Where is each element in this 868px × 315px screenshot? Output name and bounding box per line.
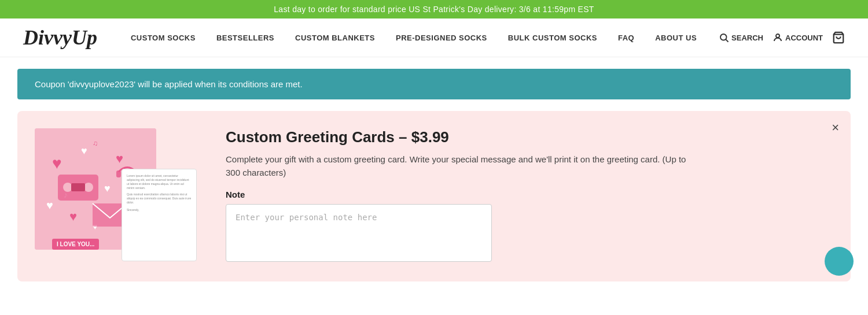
header-icons: SEARCH ACCOUNT xyxy=(719,31,845,44)
modal-content: Custom Greeting Cards – $3.99 Complete y… xyxy=(226,128,827,264)
nav-item-pre-designed-socks[interactable]: PRE-DESIGNED SOCKS xyxy=(385,34,498,42)
note-input[interactable] xyxy=(226,204,492,262)
cart-button[interactable] xyxy=(832,31,845,44)
svg-text:♫: ♫ xyxy=(93,139,98,147)
love-you-label: I LOVE YOU... xyxy=(52,239,99,250)
svg-text:♥: ♥ xyxy=(81,145,87,157)
nav-item-about-us[interactable]: ABOUT US xyxy=(645,34,707,42)
svg-point-0 xyxy=(720,34,727,40)
nav-item-faq[interactable]: FAQ xyxy=(608,34,645,42)
search-button[interactable]: SEARCH xyxy=(719,32,763,43)
svg-point-2 xyxy=(776,34,779,38)
nav-item-bulk-custom-socks[interactable]: BULK CUSTOM SOCKS xyxy=(498,34,608,42)
modal-description: Complete your gift with a custom greetin… xyxy=(226,153,700,179)
svg-text:♥: ♥ xyxy=(69,209,77,224)
nav-item-bestsellers[interactable]: BESTSELLERS xyxy=(206,34,285,42)
search-icon xyxy=(719,32,729,43)
card-back-image: Lorem ipsum dolor sit amet, consectetur … xyxy=(122,169,197,261)
svg-line-1 xyxy=(726,39,728,42)
svg-rect-16 xyxy=(71,183,85,191)
greeting-card-modal: × ♥ ♥ ♥ ♥ ♪ ♫ ♥ ♥ ♥ ♥ xyxy=(17,111,851,281)
svg-text:♥: ♥ xyxy=(46,199,53,212)
account-button[interactable]: ACCOUNT xyxy=(773,32,823,43)
coupon-banner: Coupon 'divvyuplove2023' will be applied… xyxy=(17,69,851,99)
svg-text:♥: ♥ xyxy=(52,154,62,172)
top-banner: Last day to order for standard price US … xyxy=(0,0,868,18)
modal-title: Custom Greeting Cards – $3.99 xyxy=(226,128,827,146)
note-label: Note xyxy=(226,190,827,199)
teal-decorative-circle xyxy=(825,247,854,276)
nav-item-custom-socks[interactable]: CUSTOM SOCKS xyxy=(120,34,206,42)
coupon-text: Coupon 'divvyuplove2023' will be applied… xyxy=(35,79,303,89)
cart-icon xyxy=(832,31,845,44)
svg-text:♥: ♥ xyxy=(104,183,111,194)
logo[interactable]: DivvyUp xyxy=(23,25,97,50)
svg-point-14 xyxy=(63,183,72,192)
close-button[interactable]: × xyxy=(832,120,839,135)
svg-rect-22 xyxy=(116,171,121,177)
main-nav: CUSTOM SOCKS BESTSELLERS CUSTOM BLANKETS… xyxy=(120,34,714,42)
card-images: ♥ ♥ ♥ ♥ ♪ ♫ ♥ ♥ ♥ ♥ ♥ ♥ xyxy=(35,128,203,261)
account-icon xyxy=(773,32,783,43)
nav-item-custom-blankets[interactable]: CUSTOM BLANKETS xyxy=(285,34,385,42)
header: DivvyUp CUSTOM SOCKS BESTSELLERS CUSTOM … xyxy=(0,18,868,57)
svg-point-15 xyxy=(84,183,93,192)
svg-text:♥: ♥ xyxy=(116,151,123,166)
top-banner-text: Last day to order for standard price US … xyxy=(274,5,594,14)
